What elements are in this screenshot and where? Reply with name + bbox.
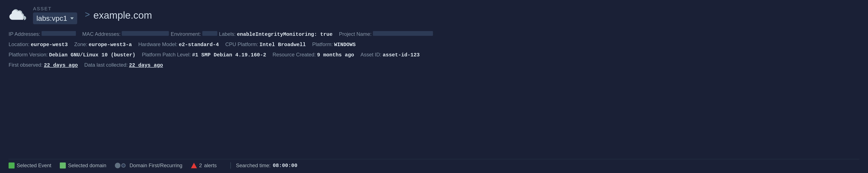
alerts-icon xyxy=(191,163,197,168)
cpu-value: Intel Broadwell xyxy=(259,41,306,49)
platform-label: Platform: xyxy=(312,40,333,48)
asset-id-value: asset-id-123 xyxy=(382,51,420,59)
patch-label: Platform Patch Level: xyxy=(142,51,191,59)
selected-domain-label: Selected domain xyxy=(68,163,106,169)
legend-selected-domain: Selected domain xyxy=(60,163,106,169)
info-section: IP Addresses: MAC Addresses: Environment… xyxy=(8,30,860,156)
hardware-value: e2-standard-4 xyxy=(179,41,219,49)
selected-event-icon xyxy=(8,163,14,169)
searched-time-label: Searched time: xyxy=(236,163,271,169)
first-observed-label: First observed: xyxy=(8,61,43,69)
asset-label: ASSET xyxy=(33,6,77,11)
project-label: Project Name: xyxy=(339,30,372,38)
platform-value: WINDOWS xyxy=(334,41,356,49)
platform-version-label: Platform Version: xyxy=(8,51,48,59)
asset-selector-text: labs:vpc1 xyxy=(36,14,67,23)
labels-value: enableIntegrityMonitoring: true xyxy=(237,31,333,38)
patch-value: #1 SMP Debian 4.19.160-2 xyxy=(192,51,266,59)
labels-label: Labels: xyxy=(219,30,236,38)
ip-value-redacted xyxy=(41,31,76,36)
main-container: ASSET labs:vpc1 > example.com IP Address… xyxy=(0,0,868,173)
header-row: ASSET labs:vpc1 > example.com xyxy=(8,6,860,24)
data-collected-label: Data last collected: xyxy=(84,61,128,69)
legend-alerts: 2 alerts xyxy=(191,163,217,169)
domain-recurring-label: Domain First/Recurring xyxy=(129,163,182,169)
legend-divider xyxy=(230,162,231,169)
asset-id-label: Asset ID: xyxy=(361,51,381,59)
domain-recurring-icon xyxy=(121,163,126,168)
info-row-4: First observed: 22 days ago Data last co… xyxy=(8,61,860,69)
alerts-label: alerts xyxy=(204,163,217,169)
domain-recurring-icons xyxy=(115,163,126,168)
resource-label: Resource Created: xyxy=(273,51,316,59)
info-row-3: Platform Version: Debian GNU/Linux 10 (b… xyxy=(8,51,860,59)
resource-value: 9 months ago xyxy=(317,51,354,59)
domain-first-icon xyxy=(115,163,120,168)
selected-event-label: Selected Event xyxy=(17,163,51,169)
asset-block: ASSET labs:vpc1 xyxy=(33,6,77,24)
cloud-icon xyxy=(8,8,28,23)
legend-domain-recurring: Domain First/Recurring xyxy=(115,163,182,169)
first-observed-value: 22 days ago xyxy=(44,61,78,69)
legend-selected-event: Selected Event xyxy=(8,163,51,169)
info-row-2: Location: europe-west3 Zone: europe-west… xyxy=(8,40,860,49)
location-value: europe-west3 xyxy=(31,41,68,49)
searched-time-value: 08:00:00 xyxy=(273,163,297,169)
platform-version-value: Debian GNU/Linux 10 (buster) xyxy=(49,51,135,59)
data-collected-value: 22 days ago xyxy=(129,61,163,69)
zone-label: Zone: xyxy=(74,40,87,48)
zone-value: europe-west3-a xyxy=(89,41,132,49)
project-value-redacted xyxy=(373,31,433,36)
env-label: Environment: xyxy=(170,30,201,38)
breadcrumb-separator: > xyxy=(85,10,90,20)
asset-selector[interactable]: labs:vpc1 xyxy=(33,12,77,24)
mac-value-redacted xyxy=(122,31,169,36)
cpu-label: CPU Platform: xyxy=(225,40,258,48)
info-row-1: IP Addresses: MAC Addresses: Environment… xyxy=(8,30,860,38)
domain-name: example.com xyxy=(93,9,152,21)
chevron-down-icon xyxy=(70,17,74,20)
alerts-count: 2 xyxy=(199,163,202,169)
ip-label: IP Addresses: xyxy=(8,30,40,38)
hardware-label: Hardware Model: xyxy=(138,40,178,48)
legend-row: Selected Event Selected domain Domain Fi… xyxy=(8,159,860,169)
location-label: Location: xyxy=(8,40,29,48)
mac-label: MAC Addresses: xyxy=(82,30,121,38)
legend-searched-time: Searched time: 08:00:00 xyxy=(236,163,298,169)
selected-domain-icon xyxy=(60,163,66,169)
env-value-redacted xyxy=(202,31,217,36)
